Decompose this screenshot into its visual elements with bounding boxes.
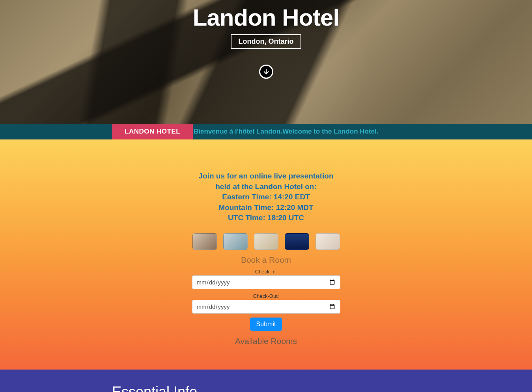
- essential-info-heading: Essential Info: [112, 384, 532, 392]
- scroll-down-icon[interactable]: [259, 65, 273, 79]
- book-room-heading: Book a Room: [0, 255, 532, 265]
- footer-section: Essential Info: [0, 370, 532, 392]
- available-rooms-heading: Available Rooms: [0, 336, 532, 346]
- presentation-mountain: Mountain Time: 12:20 MDT: [0, 203, 532, 213]
- hero-subtitle: London, Ontario: [231, 34, 302, 49]
- checkout-input[interactable]: [192, 300, 340, 314]
- presentation-info: Join us for an online live presentation …: [0, 171, 532, 223]
- thumbnail-cityscape[interactable]: [285, 233, 309, 250]
- presentation-eastern: Eastern Time: 14:20 EDT: [0, 192, 532, 203]
- presentation-line-1: Join us for an online live presentation: [0, 171, 532, 182]
- hero-section: Landon Hotel London, Ontario: [0, 0, 532, 124]
- checkin-label: Check-In:: [0, 269, 532, 275]
- main-content: Join us for an online live presentation …: [0, 139, 532, 370]
- hero-content: Landon Hotel London, Ontario: [0, 0, 532, 79]
- thumbnail-room[interactable]: [192, 233, 217, 250]
- banner-welcome-text: Bienvenue à l'hôtel Landon.Welcome to th…: [193, 124, 378, 139]
- booking-form: Check-In: Check-Out: Submit: [0, 269, 532, 336]
- banner-brand-label: LANDON HOTEL: [112, 124, 193, 139]
- submit-button[interactable]: Submit: [250, 318, 282, 331]
- presentation-utc: UTC Time: 18:20 UTC: [0, 213, 532, 223]
- hero-title: Landon Hotel: [0, 4, 532, 31]
- welcome-fr: Bienvenue à l'hôtel Landon.: [194, 128, 282, 136]
- welcome-en: Welcome to the Landon Hotel.: [282, 128, 378, 136]
- welcome-banner: LANDON HOTEL Bienvenue à l'hôtel Landon.…: [0, 124, 532, 139]
- banner-spacer: [0, 124, 112, 139]
- thumbnail-row: [0, 233, 532, 250]
- thumbnail-services[interactable]: [315, 233, 340, 250]
- thumbnail-pool[interactable]: [223, 233, 248, 250]
- checkin-input[interactable]: [192, 275, 340, 289]
- thumbnail-dining[interactable]: [254, 233, 278, 250]
- checkout-label: Check-Out:: [0, 293, 532, 299]
- presentation-line-2: held at the Landon Hotel on:: [0, 182, 532, 192]
